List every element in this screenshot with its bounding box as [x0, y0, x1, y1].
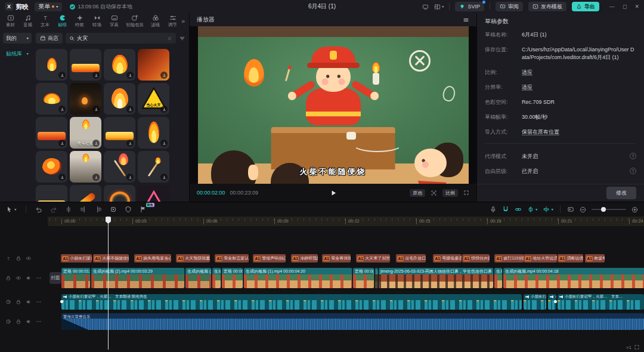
download-icon[interactable]: [58, 106, 66, 113]
playhead[interactable]: [108, 217, 109, 350]
main-track-magnet-button[interactable]: ▾: [543, 206, 553, 213]
video-clip[interactable]: 定格 00:00:01:09: [61, 268, 91, 288]
sticker-flame-small[interactable]: [36, 49, 67, 81]
redo-button[interactable]: [50, 206, 57, 213]
text-clip[interactable]: A1安全标志要认清: [215, 254, 249, 263]
lock-icon[interactable]: [5, 275, 11, 281]
svip-button[interactable]: SVIP: [455, 2, 484, 11]
sticker-photo-goose[interactable]: 焦头烂额: [70, 117, 101, 149]
sticker-flame-big[interactable]: [104, 49, 135, 81]
slider-knob[interactable]: [601, 207, 606, 212]
tab-audio[interactable]: 音频: [19, 13, 36, 29]
text-clip[interactable]: A1小朋友们要记牢: [61, 254, 92, 263]
tab-effect[interactable]: 特效: [71, 13, 88, 29]
video-clip[interactable]: 生成的视频 (2).m: [185, 268, 212, 288]
tab-smartpack[interactable]: 智能包装: [123, 13, 147, 29]
video-clip[interactable]: 生成的视频.mp4 00:00:04:18: [503, 268, 644, 288]
split-button[interactable]: [65, 206, 72, 213]
more-icon[interactable]: [36, 275, 42, 281]
help-icon[interactable]: ?: [630, 168, 636, 174]
more-tabs-chevron[interactable]: »: [181, 18, 187, 24]
text-clip[interactable]: A1火柴不能随便烧: [93, 254, 129, 263]
download-icon[interactable]: [58, 174, 66, 181]
mute-icon[interactable]: [26, 319, 32, 325]
sticker-photo-cat[interactable]: [70, 151, 101, 183]
music-clip[interactable]: 宣传片背景音乐: [61, 313, 644, 330]
timecode-icon[interactable]: [567, 206, 574, 213]
record-voice-icon[interactable]: [490, 206, 497, 213]
video-clip[interactable]: jimeng-2025-06-03-923-画面人物捂住口鼻，学生也捂住口鼻，一…: [379, 268, 494, 288]
tab-sticker[interactable]: 贴纸: [54, 13, 71, 29]
text-clip[interactable]: A1弯腰低姿态: [433, 254, 462, 263]
download-icon[interactable]: [126, 72, 134, 79]
text-clip[interactable]: A1火灾来了别害怕: [356, 254, 390, 263]
menu-button[interactable]: 菜单 ▾: [35, 2, 62, 11]
sticker-neon-triangle[interactable]: 遇到火灾: [138, 185, 169, 202]
sticker-fire-comet[interactable]: [70, 185, 101, 202]
export-button[interactable]: 导出: [572, 2, 599, 11]
text-clip[interactable]: A1救援早到达: [585, 254, 605, 263]
zoom-out-icon[interactable]: [580, 206, 586, 213]
my-assets-select[interactable]: 我的 ▾: [3, 33, 32, 44]
text-clip[interactable]: A1安全有保障: [322, 254, 351, 263]
sticker-bonfire[interactable]: [104, 83, 135, 115]
sticker-match[interactable]: [138, 151, 169, 183]
text-clip[interactable]: A1插头用电要当心: [134, 254, 171, 263]
keyframe-dot[interactable]: [554, 300, 557, 303]
download-icon[interactable]: [92, 72, 100, 79]
video-clip[interactable]: 定格 00:00:0: [222, 268, 243, 288]
text-clip[interactable]: A1快快往外跑: [462, 254, 490, 263]
maximize-button[interactable]: ◻: [623, 4, 627, 10]
field-value[interactable]: 适应: [522, 69, 636, 76]
undo-button[interactable]: [35, 206, 42, 213]
sticker-fire-strip[interactable]: [70, 49, 101, 81]
help-icon[interactable]: ?: [630, 153, 636, 159]
sticker-photo-scream[interactable]: [138, 49, 169, 81]
sticker-fire-pile[interactable]: [36, 83, 67, 115]
text-clip[interactable]: A1拨打119别慌: [494, 254, 524, 263]
fit-timeline-icon[interactable]: [634, 344, 640, 350]
filter-icon[interactable]: [179, 35, 185, 42]
tab-transition[interactable]: 转场: [88, 13, 106, 29]
download-icon[interactable]: [92, 106, 100, 113]
timeline-ruler[interactable]: 00:0000:0300:0600:0900:1200:1500:1800:21…: [48, 217, 644, 226]
text-clip[interactable]: A1地址火势说清楚: [524, 254, 557, 263]
more-icon[interactable]: [36, 299, 42, 305]
player-menu-icon[interactable]: [463, 17, 469, 23]
store-button[interactable]: 商店: [36, 33, 63, 44]
field-value[interactable]: 适应: [522, 84, 636, 91]
video-clip[interactable]: jir: [375, 268, 378, 288]
tts-audio-clip[interactable]: 小朋友们要记牢，火柴… 文本朗读 阳光男生: [61, 294, 522, 310]
text-clip[interactable]: A1警报声响别心慌: [253, 254, 286, 263]
link-tracks-icon[interactable]: [515, 206, 522, 213]
delete-button[interactable]: [110, 206, 117, 213]
text-clip[interactable]: A1湿毛巾捂口鼻: [396, 254, 426, 263]
player-only-view-icon[interactable]: [422, 4, 429, 10]
tab-caption[interactable]: 字幕: [106, 13, 123, 29]
field-value[interactable]: 保留在原有位置: [522, 128, 636, 136]
sticker-match-lit[interactable]: [104, 151, 135, 183]
play-button[interactable]: [329, 189, 337, 197]
marker-button[interactable]: 限免: [140, 206, 147, 213]
mute-icon[interactable]: [26, 299, 32, 305]
clear-search-icon[interactable]: [167, 36, 172, 41]
download-icon[interactable]: [160, 140, 168, 147]
zoom-in-icon[interactable]: [631, 206, 638, 213]
sticker-fire-strip-red[interactable]: [36, 117, 67, 149]
download-icon[interactable]: [126, 174, 134, 181]
text-clip[interactable]: A1火灾预防很重要: [176, 254, 210, 263]
split-left-button[interactable]: [80, 206, 87, 213]
mask-button[interactable]: [125, 206, 132, 213]
quality-button[interactable]: 原画: [410, 189, 425, 197]
layout-switch-button[interactable]: ▾: [434, 4, 444, 10]
eye-icon[interactable]: [16, 275, 21, 281]
more-icon[interactable]: [36, 319, 42, 325]
sidebar-item-sticker-library[interactable]: 贴纸库 ▾: [3, 49, 32, 58]
video-clip[interactable]: 生成: [212, 268, 221, 288]
minimize-button[interactable]: —: [609, 4, 615, 10]
loop-icon[interactable]: [5, 319, 11, 325]
loop-icon[interactable]: [5, 299, 11, 305]
search-input[interactable]: [77, 35, 165, 41]
mute-icon[interactable]: [26, 275, 32, 281]
split-right-button[interactable]: [95, 206, 102, 213]
